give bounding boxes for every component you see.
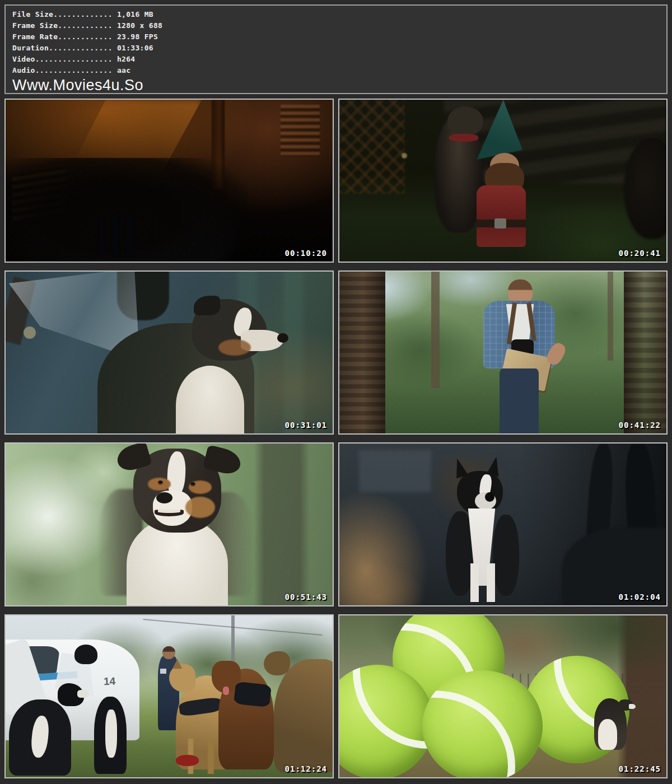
- cone-dog-head: [74, 645, 97, 664]
- info-dots: .................: [35, 66, 113, 74]
- lattice-fence: [339, 100, 405, 194]
- pine-trunk-right: [624, 272, 668, 433]
- bokeh-light: [402, 153, 407, 158]
- timestamp-overlay: 00:10:20: [285, 249, 327, 258]
- screenshot-5: 00:51:43: [4, 442, 334, 606]
- media-info-row-audio: Audio................. aac: [12, 65, 661, 76]
- info-label: Audio: [12, 66, 35, 74]
- shepherd-right-head: [264, 651, 290, 675]
- van-number: 14: [104, 675, 116, 688]
- timestamp-overlay: 00:31:01: [285, 421, 327, 430]
- info-label: Frame Size: [12, 21, 58, 30]
- timestamp-overlay: 00:41:22: [619, 421, 661, 430]
- bloodhound-tongue: [223, 687, 229, 694]
- site-watermark: Www.Movies4u.So: [12, 77, 661, 94]
- scene-boston-terrier: [339, 444, 666, 605]
- media-info-row-filesize: File Size............. 1,016 MB: [12, 9, 661, 20]
- terrier-front-leg2: [487, 563, 495, 602]
- info-dots: ............: [58, 21, 113, 30]
- screenshot-grid: 00:10:20 00:20:41: [4, 99, 668, 778]
- gnome-buckle: [494, 218, 506, 228]
- screenshot-1: 00:10:20: [4, 99, 334, 263]
- red-collar: [449, 134, 479, 142]
- scene-giant-tennis-balls: [339, 615, 666, 777]
- screenshot-7: 14 01:12:24: [4, 614, 334, 778]
- info-value: 23.98 FPS: [117, 32, 158, 41]
- dark-animal-silhouette: [624, 138, 668, 239]
- info-dots: ............: [58, 32, 113, 41]
- terrier-front-leg: [470, 563, 479, 602]
- shepherd-nose: [277, 333, 288, 343]
- handler-head: [162, 646, 175, 659]
- screenshot-2: 00:20:41: [338, 99, 668, 263]
- screenshot-6: 01:02:04: [338, 442, 668, 606]
- timestamp-overlay: 01:22:45: [619, 764, 661, 773]
- brick-window-shutter: [281, 105, 320, 156]
- red-toy: [176, 755, 199, 766]
- info-value: h264: [117, 55, 136, 63]
- info-value: 1,016 MB: [117, 10, 153, 18]
- info-label: Duration: [12, 44, 49, 52]
- screenshot-3: 00:31:01: [4, 270, 334, 435]
- tennis-ball-front: [422, 670, 543, 778]
- info-label: Frame Rate: [12, 32, 58, 41]
- bloodhound-vest: [234, 682, 272, 708]
- dog-nose: [156, 492, 172, 503]
- screenshot-8: 01:22:45: [338, 614, 668, 778]
- scene-k9-yard: 14: [6, 615, 333, 777]
- scene-aussie-portrait: [6, 444, 333, 605]
- screenshot-4: 00:41:22: [338, 270, 668, 435]
- shepherd-dog-chest: [598, 719, 617, 750]
- scene-gnome-night: [339, 100, 666, 262]
- timestamp-overlay: 00:51:43: [285, 592, 327, 601]
- pine-trunk-thin2: [608, 272, 614, 361]
- info-value: aac: [117, 66, 130, 74]
- pine-trunk-left: [338, 272, 385, 433]
- scene-forest-man: [339, 272, 666, 433]
- timestamp-overlay: 01:12:24: [285, 764, 327, 773]
- shepherd-ear: [194, 296, 220, 315]
- shepherd-right: [274, 659, 334, 772]
- info-label: File Size: [12, 10, 53, 18]
- blurry-window: [359, 450, 431, 492]
- gnome-coat: [477, 185, 526, 247]
- page: { "colors": { "page_bg": "#2b2b2b", "pan…: [0, 0, 672, 784]
- boston-terrier-chest: [105, 710, 116, 758]
- handler-badge: [160, 669, 166, 674]
- info-label: Video: [12, 55, 35, 63]
- terrier-head: [447, 106, 483, 136]
- media-info-row-framesize: Frame Size............ 1280 x 688: [12, 20, 661, 31]
- media-info-row-video: Video................. h264: [12, 54, 661, 65]
- dog-legs-silhouette: [94, 216, 140, 255]
- info-dots: ..............: [49, 44, 113, 52]
- media-info-row-duration: Duration.............. 01:33:06: [12, 43, 661, 54]
- tan-marking: [218, 339, 251, 356]
- media-info-row-framerate: Frame Rate............ 23.98 FPS: [12, 31, 661, 43]
- dog-tag: [24, 326, 36, 339]
- info-value: 1280 x 688: [117, 21, 162, 30]
- dog-teeth: [158, 510, 181, 513]
- info-value: 01:33:06: [117, 44, 153, 52]
- timestamp-overlay: 01:02:04: [619, 592, 661, 601]
- timestamp-overlay: 00:20:41: [619, 249, 661, 258]
- pine-trunk-thin: [431, 272, 440, 388]
- info-dots: .............: [53, 10, 113, 18]
- man-pants: [500, 368, 539, 433]
- tan-cheek: [185, 497, 215, 518]
- scene-night-garage: [6, 100, 333, 262]
- media-info-panel: File Size............. 1,016 MB Frame Si…: [4, 4, 668, 94]
- terrier-body-right: [493, 515, 519, 596]
- scene-cone-dog-barn: [6, 272, 333, 433]
- info-dots: .................: [35, 55, 113, 63]
